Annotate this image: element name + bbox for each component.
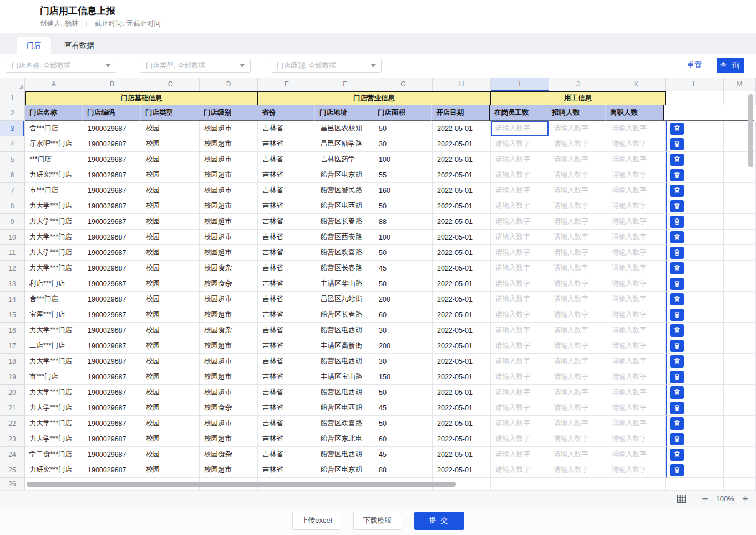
cell-empty[interactable] [724,261,756,276]
numeric-input-cell-J22[interactable]: 请输入数字 [549,416,607,431]
numeric-input-cell-I16[interactable]: 请输入数字 [491,323,549,338]
numeric-input-cell-K22[interactable]: 请输入数字 [607,416,666,431]
column-header-K[interactable]: K [607,78,666,91]
cell[interactable]: 2022-05-01 [433,183,491,198]
column-header-A[interactable]: A [25,78,83,91]
cell[interactable]: 舍***门店 [25,121,83,136]
numeric-input-cell-K12[interactable]: 请输入数字 [607,261,666,276]
cell[interactable]: 力大学***门店 [25,214,83,230]
cell[interactable]: 吉林省 [258,369,316,385]
row-header-21[interactable]: 21 [0,400,25,416]
cell[interactable]: 船营区西安路 [316,230,374,245]
column-header-B[interactable]: B [83,78,141,91]
cell[interactable]: 100 [374,152,433,167]
row-header-25[interactable]: 25 [0,462,25,478]
cell[interactable]: 吉林医药学 [316,152,374,167]
cell[interactable]: 校园 [141,307,200,323]
column-header-I[interactable]: I [491,78,549,91]
cell[interactable]: 2022-05-01 [433,307,491,323]
cell[interactable]: 吉林省 [258,307,316,323]
query-button[interactable]: 查 询 [717,58,744,73]
cell[interactable]: 二店***门店 [25,338,83,354]
cell[interactable]: 吉林省 [258,292,316,307]
delete-row-button[interactable] [670,386,684,399]
row-header-26[interactable]: 26 [0,478,25,490]
store-name-select[interactable]: 门店名称: 全部数据 [6,59,116,73]
cell[interactable]: 校园超市 [200,121,258,136]
cell[interactable]: 校园食杂 [200,323,258,338]
cell[interactable]: 吉林省 [258,214,316,230]
cell[interactable]: 2022-05-01 [433,338,491,354]
numeric-input-cell-I4[interactable]: 请输入数字 [491,136,549,152]
cell[interactable]: 吉林省 [258,354,316,369]
row-header-10[interactable]: 10 [0,230,25,245]
numeric-input-cell-J3[interactable]: 请输入数字 [549,121,607,136]
row-header-8[interactable]: 8 [0,198,25,214]
cell[interactable]: 2022-05-01 [433,292,491,307]
cell[interactable]: 吉林省 [258,323,316,338]
cell[interactable]: 力大学***门店 [25,245,83,261]
numeric-input-cell-K5[interactable]: 请输入数字 [607,152,666,167]
cell[interactable]: 45 [374,447,433,462]
cell[interactable]: 2022-05-01 [433,400,491,416]
numeric-input-cell-K17[interactable]: 请输入数字 [607,338,666,354]
numeric-input-cell-J19[interactable]: 请输入数字 [549,369,607,385]
cell[interactable]: 吉林省 [258,230,316,245]
cell[interactable]: 1900029687 [83,431,141,447]
cell-empty[interactable] [724,478,756,490]
cell[interactable]: 力大学***门店 [25,431,83,447]
cell[interactable]: 2022-05-01 [433,245,491,261]
cell[interactable]: 吉林省 [258,431,316,447]
cell[interactable]: 利店***门店 [25,276,83,292]
cell[interactable]: 2022-05-01 [433,136,491,152]
cell[interactable]: 45 [374,261,433,276]
cell-empty[interactable] [724,323,756,338]
numeric-input-cell-J17[interactable]: 请输入数字 [549,338,607,354]
row-header-3[interactable]: 3 [0,121,25,136]
cell[interactable]: 校园 [141,136,200,152]
delete-row-button[interactable] [670,433,684,445]
cell[interactable]: 校园 [141,338,200,354]
cell[interactable]: 1900029687 [83,385,141,400]
cell[interactable]: 2022-05-01 [433,462,491,478]
cell[interactable]: 2022-05-01 [433,416,491,431]
cell[interactable]: 吉林省 [258,198,316,214]
numeric-input-cell-J14[interactable]: 请输入数字 [549,292,607,307]
row-header-11[interactable]: 11 [0,245,25,261]
numeric-input-cell-J11[interactable]: 请输入数字 [549,245,607,261]
cell[interactable]: 30 [374,136,433,152]
cell[interactable]: 力研究***门店 [25,462,83,478]
reset-link[interactable]: 重置 [687,60,702,70]
cell-empty[interactable] [724,214,756,230]
cell[interactable]: 2022-05-01 [433,152,491,167]
cell[interactable]: 吉林省 [258,183,316,198]
delete-row-button[interactable] [670,247,684,259]
delete-row-button[interactable] [670,138,684,150]
cell[interactable]: 吉林省 [258,167,316,183]
delete-row-button[interactable] [670,278,684,290]
numeric-input-cell-J20[interactable]: 请输入数字 [549,385,607,400]
cell[interactable]: 吉林省 [258,245,316,261]
cell[interactable]: 船营区长春路 [316,307,374,323]
cell[interactable]: 校园 [141,416,200,431]
zoom-in-button[interactable]: + [742,493,748,504]
row-header-13[interactable]: 13 [0,276,25,292]
cell[interactable]: 60 [374,307,433,323]
cell[interactable]: 力大学***门店 [25,230,83,245]
cell[interactable]: 校园 [141,214,200,230]
row-header-24[interactable]: 24 [0,447,25,462]
numeric-input-cell-K11[interactable]: 请输入数字 [607,245,666,261]
delete-row-button[interactable] [670,371,684,383]
cell[interactable]: 吉林省 [258,136,316,152]
cell[interactable]: 校园超市 [200,214,258,230]
cell[interactable]: 船营区警民路 [316,183,374,198]
delete-row-button[interactable] [670,231,684,243]
numeric-input-cell-J10[interactable]: 请输入数字 [549,230,607,245]
delete-row-button[interactable] [670,355,684,368]
cell[interactable]: 50 [374,245,433,261]
vertical-scrollbar[interactable] [748,94,753,167]
cell[interactable]: 校园 [141,462,200,478]
cell[interactable]: 1900029687 [83,400,141,416]
cell[interactable]: 1900029687 [83,323,141,338]
cell[interactable]: 校园 [141,400,200,416]
